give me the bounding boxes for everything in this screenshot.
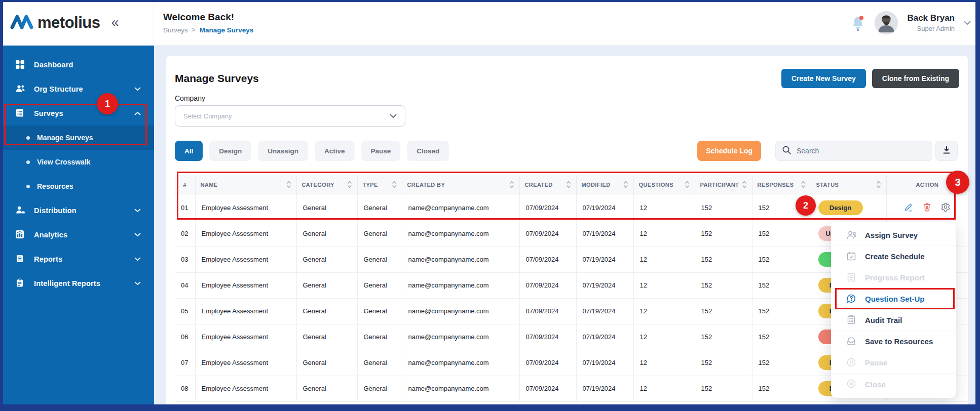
cell-num: 02 — [175, 221, 195, 246]
menu-item-close: Close — [831, 374, 956, 395]
notifications-bell-icon[interactable] — [850, 15, 865, 31]
logo: metolius « — [0, 0, 154, 45]
menu-item-save-to-resources[interactable]: Save to Resources — [831, 331, 956, 352]
settings-icon[interactable] — [940, 202, 951, 212]
filter-closed[interactable]: Closed — [407, 141, 449, 161]
column-header-questions[interactable]: QUESTIONS — [633, 175, 695, 195]
menu-item-question-set-up[interactable]: Question Set-Up — [831, 289, 956, 310]
filter-active[interactable]: Active — [315, 141, 355, 161]
search-icon — [782, 145, 791, 157]
cell-category: General — [296, 195, 357, 221]
cell-participant: 152 — [695, 324, 752, 350]
cell-created: 07/09/2024 — [519, 298, 576, 324]
company-label: Company — [175, 94, 959, 103]
chevron-down-icon — [134, 87, 141, 91]
cell-participant: 152 — [695, 298, 752, 324]
pause-circle-icon — [846, 357, 857, 368]
cell-status: Design — [811, 195, 886, 221]
cell-modified: 07/19/2024 — [576, 298, 633, 324]
column-header-created-by[interactable]: CREATED BY — [402, 175, 519, 195]
sidebar-item-analytics[interactable]: Analytics — [0, 223, 154, 247]
chevron-down-icon — [134, 233, 141, 237]
column-header-created[interactable]: CREATED — [519, 175, 576, 195]
sidebar-item-reports[interactable]: Reports — [0, 247, 154, 271]
cell-type: General — [357, 272, 402, 298]
sidebar-item-distribution[interactable]: Distribution — [0, 198, 154, 223]
column-label: QUESTIONS — [639, 182, 673, 188]
cell-participant: 152 — [695, 376, 752, 401]
column-label: ACTION — [916, 182, 938, 188]
sidebar-item-view-crosswalk[interactable]: View Crosswalk — [0, 150, 154, 174]
schedule-log-button[interactable]: Schedule Log — [697, 141, 761, 161]
sidebar-item-intelligent-reports[interactable]: Intelligent Reports — [0, 271, 154, 296]
delete-icon[interactable] — [922, 202, 932, 212]
download-icon — [942, 145, 951, 156]
cell-questions: 12 — [633, 376, 695, 401]
column-header-type[interactable]: TYPE — [357, 175, 402, 195]
menu-item-label: Close — [865, 380, 886, 389]
collapse-sidebar-icon[interactable]: « — [111, 16, 119, 29]
cell-created: 07/09/2024 — [519, 376, 576, 401]
cell-category: General — [296, 272, 357, 298]
filter-design[interactable]: Design — [209, 141, 251, 161]
cell-participant: 152 — [695, 246, 752, 272]
column-header-modified[interactable]: MODIFIED — [576, 175, 633, 195]
menu-item-progress-report: Progress Report — [831, 267, 956, 289]
chevron-down-icon[interactable] — [964, 18, 971, 27]
filter-all[interactable]: All — [175, 141, 203, 161]
sidebar-item-org-structure[interactable]: Org Structure — [0, 77, 154, 101]
column-header-category[interactable]: CATEGORY — [296, 175, 357, 195]
cell-category: General — [296, 350, 357, 376]
sidebar-item-surveys[interactable]: Surveys — [0, 101, 154, 126]
cell-num: 06 — [175, 324, 195, 350]
cell-responses: 152 — [752, 272, 811, 298]
column-header-name[interactable]: NAME — [195, 175, 296, 195]
distribution-icon — [15, 206, 25, 216]
cell-category: General — [296, 298, 357, 324]
sort-icon — [801, 180, 806, 190]
user-avatar[interactable] — [875, 11, 898, 34]
column-label: MODIFIED — [582, 182, 611, 188]
cell-responses: 152 — [752, 324, 811, 350]
create-new-survey-button[interactable]: Create New Survey — [781, 69, 866, 88]
search-box — [775, 141, 932, 161]
user-menu[interactable]: Back Bryan Super Admin — [907, 13, 955, 32]
filter-pause[interactable]: Pause — [361, 141, 401, 161]
column-header-responses[interactable]: RESPONSES — [752, 175, 811, 195]
filter-unassign[interactable]: Unassign — [258, 141, 308, 161]
sidebar-item-dashboard[interactable]: Dashboard — [0, 53, 154, 77]
cell-created-by: name@companyname.com — [402, 221, 519, 246]
chevron-down-icon — [390, 111, 397, 120]
column-header-status[interactable]: STATUS — [811, 175, 886, 195]
annotation-badge-3: 3 — [946, 171, 969, 194]
menu-item-create-schedule[interactable]: Create Schedule — [831, 246, 956, 267]
reports-icon — [15, 254, 25, 264]
cell-created-by: name@companyname.com — [402, 350, 519, 376]
user-role: Super Admin — [907, 25, 955, 32]
edit-icon[interactable] — [903, 202, 914, 212]
sort-icon — [685, 180, 690, 190]
org-structure-icon — [15, 84, 25, 94]
sidebar-item-resources[interactable]: Resources — [0, 174, 154, 198]
column-header-participant[interactable]: PARTICIPANT — [695, 175, 752, 195]
save-resources-icon — [846, 336, 857, 347]
page-title: Manage Surveys — [175, 72, 259, 85]
cell-name: Employee Assessment — [195, 272, 296, 298]
cell-created-by: name@companyname.com — [402, 246, 519, 272]
sidebar-item-manage-surveys[interactable]: Manage Surveys — [0, 126, 154, 150]
cell-questions: 12 — [633, 350, 695, 376]
menu-item-audit-trail[interactable]: Audit Trail — [831, 310, 956, 331]
chevron-down-icon — [134, 257, 141, 261]
clone-from-existing-button[interactable]: Clone from Existing — [872, 69, 959, 88]
cell-created: 07/09/2024 — [519, 272, 576, 298]
breadcrumb-parent[interactable]: Surveys — [163, 26, 188, 34]
breadcrumb-current[interactable]: Manage Surveys — [200, 26, 254, 34]
top-bar-right: Back Bryan Super Admin — [850, 11, 980, 34]
download-button[interactable] — [935, 141, 958, 161]
column-label: # — [183, 182, 186, 188]
company-select[interactable]: Select Company — [175, 105, 405, 127]
column-label: CREATED — [525, 182, 553, 188]
audit-trail-icon — [846, 315, 857, 326]
menu-item-assign-survey[interactable]: Assign Survey — [831, 225, 956, 246]
search-input[interactable] — [797, 147, 926, 155]
